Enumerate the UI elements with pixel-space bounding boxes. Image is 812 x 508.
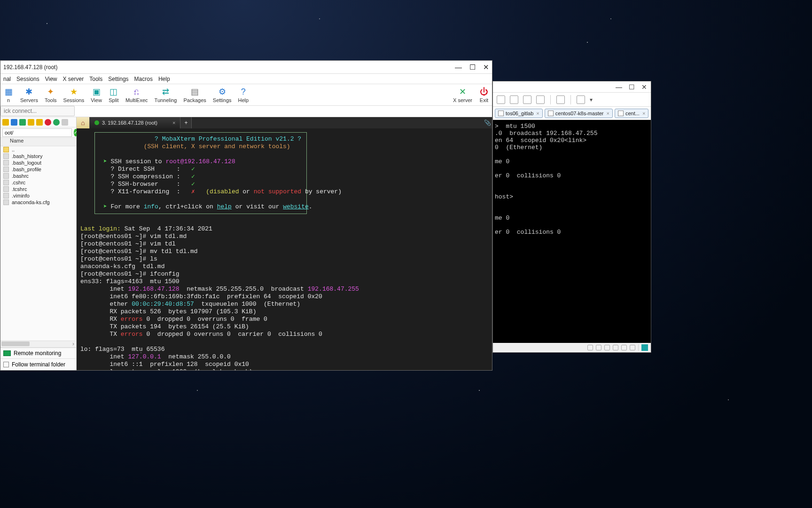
close-tab-icon[interactable]: × — [606, 111, 609, 116]
add-tab-button[interactable]: + — [180, 117, 192, 128]
help-button[interactable]: ?Help — [238, 87, 249, 103]
sidebar-scrollbar[interactable] — [0, 341, 76, 347]
exit-button[interactable]: ⏻Exit — [479, 87, 489, 103]
layout-icon[interactable] — [523, 95, 531, 104]
session-tab[interactable]: 3. 192.168.47.128 (root) × — [90, 117, 180, 128]
layout-icon[interactable] — [510, 95, 518, 104]
tab-k8s-master[interactable]: centos07-k8s-master × — [545, 109, 613, 118]
document-icon — [498, 111, 504, 116]
titlebar: 192.168.47.128 (root) — ☐ ✕ — [0, 61, 492, 74]
menu-sessions[interactable]: Sessions — [16, 76, 39, 82]
maximize-icon[interactable]: ☐ — [469, 63, 476, 71]
status-icon[interactable] — [621, 345, 627, 350]
close-icon[interactable]: ✕ — [641, 83, 647, 91]
minimize-icon[interactable]: — — [616, 83, 622, 91]
file-row[interactable]: .bash_logout — [0, 159, 76, 166]
mobaxterm-window: 192.168.47.128 (root) — ☐ ✕ nal Sessions… — [0, 60, 492, 371]
close-tab-icon[interactable]: × — [536, 111, 539, 116]
session-tab-label: 3. 192.168.47.128 (root) — [102, 120, 157, 126]
upload-icon[interactable] — [11, 119, 17, 126]
separator — [638, 344, 639, 351]
attachment-icon[interactable]: 📎 — [483, 117, 492, 128]
file-row[interactable]: .tcshrc — [0, 186, 76, 192]
status-icon[interactable] — [587, 345, 593, 350]
close-icon[interactable]: ✕ — [483, 63, 489, 71]
secondary-titlebar: — ☐ ✕ — [493, 81, 651, 93]
home-icon: ⌂ — [81, 119, 85, 127]
tab-cent[interactable]: cent... × — [615, 109, 648, 118]
layout-icon[interactable] — [497, 95, 505, 104]
sidebar-path-input[interactable] — [2, 128, 72, 137]
minimize-icon[interactable]: — — [455, 63, 462, 71]
exit-icon: ⏻ — [479, 87, 489, 97]
toolbar-label: Settings — [213, 97, 232, 103]
folder-icon[interactable] — [2, 119, 9, 126]
file-row[interactable]: .cshrc — [0, 179, 76, 186]
tab-gitlab[interactable]: tos06_gitlab × — [495, 109, 543, 118]
session-tabbar: ⌂ 3. 192.168.47.128 (root) × + 📎 — [77, 117, 492, 128]
refresh-icon[interactable] — [36, 119, 43, 126]
file-name: .bash_history — [12, 153, 42, 159]
close-tab-icon[interactable]: × — [172, 120, 175, 126]
maximize-icon[interactable]: ☐ — [629, 83, 635, 91]
menubar: nal Sessions View X server Tools Setting… — [0, 74, 492, 84]
tools-button[interactable]: ✦Tools — [45, 87, 57, 103]
layout-icon[interactable] — [536, 95, 545, 104]
tunneling-button[interactable]: ⇄Tunneling — [155, 87, 177, 103]
xserver-button[interactable]: ✕X server — [453, 87, 472, 103]
toolbar-label: Sessions — [63, 97, 85, 103]
more-icon[interactable] — [62, 119, 68, 126]
expand-icon[interactable] — [577, 95, 585, 104]
menu-view[interactable]: View — [45, 76, 57, 82]
status-icon[interactable] — [613, 345, 618, 350]
status-icon[interactable] — [604, 345, 610, 350]
file-row[interactable]: .viminfo — [0, 192, 76, 199]
sessions-icon: ★ — [69, 87, 79, 97]
delete-icon[interactable] — [45, 119, 51, 126]
menu-terminal[interactable]: nal — [3, 76, 11, 82]
newfolder-icon[interactable] — [28, 119, 34, 126]
separator — [550, 95, 551, 104]
menu-settings[interactable]: Settings — [108, 76, 128, 82]
toolbar: ▦n✱Servers✦Tools★Sessions▣View◫Split⎌Mul… — [0, 84, 492, 106]
file-row[interactable]: .. — [0, 146, 76, 153]
home-tab[interactable]: ⌂ — [77, 117, 90, 128]
help-icon: ? — [238, 87, 249, 97]
remote-monitoring-button[interactable]: Remote monitoring — [0, 348, 76, 358]
menu-help[interactable]: Help — [158, 76, 170, 82]
download-icon[interactable] — [19, 119, 26, 126]
monitor-icon — [3, 350, 11, 356]
menu-tools[interactable]: Tools — [89, 76, 102, 82]
status-indicator[interactable] — [641, 344, 648, 351]
file-row[interactable]: .bash_history — [0, 153, 76, 159]
close-tab-icon[interactable]: × — [642, 111, 645, 116]
follow-terminal-checkbox[interactable]: Follow terminal folder — [0, 358, 76, 370]
settings-button[interactable]: ⚙Settings — [213, 87, 232, 103]
file-list[interactable]: ...bash_history.bash_logout.bash_profile… — [0, 146, 76, 341]
menu-xserver[interactable]: X server — [63, 76, 84, 82]
status-icon[interactable] — [630, 345, 635, 350]
sidebar-column-header[interactable]: Name — [0, 138, 76, 146]
servers-button[interactable]: ✱Servers — [20, 87, 38, 103]
file-row[interactable]: anaconda-ks.cfg — [0, 199, 76, 206]
sessions-button[interactable]: ★Sessions — [63, 87, 85, 103]
toolbar-label: Packages — [183, 97, 206, 103]
multiexec-button[interactable]: ⎌MultiExec — [125, 87, 148, 103]
ok-icon[interactable] — [53, 119, 60, 126]
packages-button[interactable]: ▤Packages — [183, 87, 206, 103]
terminal[interactable]: ? MobaXterm Professional Edition v21.2 ?… — [77, 128, 492, 370]
status-icon[interactable] — [596, 345, 601, 350]
file-row[interactable]: .bash_profile — [0, 166, 76, 173]
tab-label: centos07-k8s-master — [555, 111, 604, 116]
view-button[interactable]: ▣View — [91, 87, 102, 103]
terminal-icon[interactable] — [556, 95, 565, 104]
split-button[interactable]: ◫Split — [109, 87, 119, 103]
session-button[interactable]: ▦n — [3, 87, 14, 103]
window-controls: — ☐ ✕ — [455, 63, 489, 71]
menu-macros[interactable]: Macros — [134, 76, 153, 82]
file-row[interactable]: .bashrc — [0, 173, 76, 179]
checkbox-icon — [3, 362, 9, 367]
quick-connect-input[interactable] — [0, 106, 75, 116]
secondary-terminal[interactable]: > mtu 1500 .0 broadcast 192.168.47.255 e… — [493, 120, 651, 352]
chevron-down-icon[interactable]: ▾ — [590, 96, 593, 103]
